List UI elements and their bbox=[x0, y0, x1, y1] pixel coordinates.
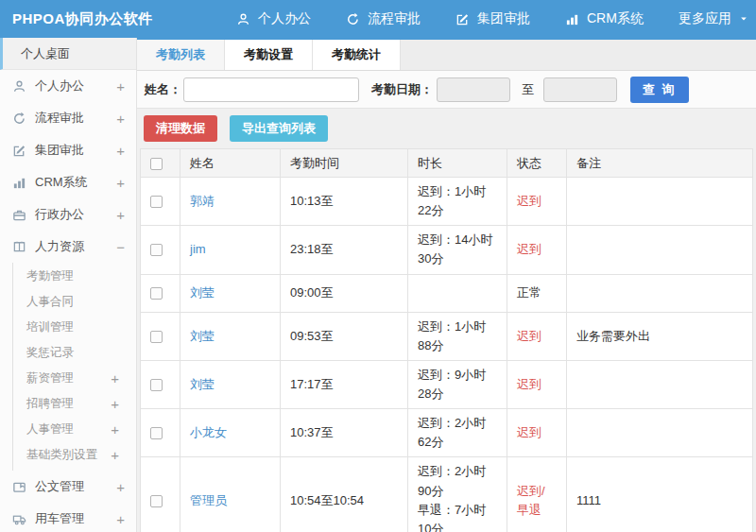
column-header: 状态 bbox=[507, 149, 567, 178]
sidebar-item-label: 公文管理 bbox=[35, 478, 84, 495]
table-row: 小龙女10:37至迟到：2小时62分迟到 bbox=[141, 409, 753, 457]
nav-item-4[interactable]: CRM系统 bbox=[565, 10, 644, 27]
sidebar-item[interactable]: 流程审批+ bbox=[0, 102, 136, 134]
employee-name-link[interactable]: 刘莹 bbox=[190, 329, 215, 343]
time-cell: 10:54至10:54 bbox=[281, 457, 408, 532]
sidebar-subitem[interactable]: 考勤管理 bbox=[13, 264, 136, 289]
sidebar-subitem[interactable]: 培训管理 bbox=[13, 315, 136, 340]
note-cell bbox=[567, 178, 753, 226]
date-to-input[interactable] bbox=[543, 77, 617, 102]
date-label: 考勤日期： bbox=[371, 81, 433, 98]
employee-name-link[interactable]: 郭靖 bbox=[190, 194, 215, 208]
sidebar-subitem-label: 招聘管理 bbox=[26, 396, 74, 412]
status-cell: 迟到 bbox=[507, 178, 567, 226]
edit-icon bbox=[455, 12, 470, 26]
nav-item-label: 更多应用 bbox=[679, 10, 731, 27]
row-checkbox[interactable] bbox=[150, 244, 163, 256]
time-cell: 09:53至 bbox=[281, 312, 408, 360]
sidebar-item[interactable]: 公文管理+ bbox=[0, 471, 136, 503]
employee-name-link[interactable]: 刘莹 bbox=[190, 377, 215, 391]
sidebar-item[interactable]: 集团审批+ bbox=[0, 134, 136, 166]
note-cell: 1111 bbox=[567, 457, 753, 532]
sidebar-item[interactable]: CRM系统+ bbox=[0, 166, 136, 198]
sidebar-subitem[interactable]: 基础类别设置+ bbox=[13, 442, 136, 468]
briefcase-icon bbox=[12, 208, 26, 222]
select-all-checkbox[interactable] bbox=[150, 158, 163, 170]
duration-cell: 迟到：9小时28分 bbox=[408, 360, 507, 408]
employee-name-link[interactable]: 刘莹 bbox=[190, 285, 215, 300]
time-cell: 09:00至 bbox=[281, 274, 408, 312]
expand-toggle-icon[interactable]: − bbox=[116, 240, 125, 254]
tab-2[interactable]: 考勤设置 bbox=[225, 40, 313, 70]
name-cell: 刘莹 bbox=[180, 312, 281, 360]
sidebar-item[interactable]: 用车管理+ bbox=[0, 503, 136, 532]
sidebar-subitem[interactable]: 人事合同 bbox=[13, 289, 136, 315]
process-icon bbox=[12, 112, 26, 126]
nav-item-1[interactable]: 个人办公 bbox=[236, 10, 311, 27]
time-cell: 23:18至 bbox=[281, 226, 408, 274]
sidebar-item-label: 流程审批 bbox=[35, 110, 84, 127]
sidebar-item[interactable]: 人力资源− bbox=[0, 231, 136, 263]
row-checkbox[interactable] bbox=[150, 196, 163, 208]
expand-toggle-icon[interactable]: + bbox=[116, 79, 125, 94]
status-badge: 迟到 bbox=[517, 377, 541, 391]
person-icon bbox=[12, 79, 26, 94]
app-title: PHPOA协同办公软件 bbox=[0, 10, 181, 28]
expand-toggle-icon[interactable]: + bbox=[116, 512, 125, 526]
name-cell: 小龙女 bbox=[180, 409, 281, 457]
date-from-input[interactable] bbox=[437, 77, 510, 102]
sidebar-subitem-label: 培训管理 bbox=[26, 319, 74, 335]
duration-cell bbox=[408, 274, 507, 312]
clear-data-button[interactable]: 清理数据 bbox=[144, 115, 217, 142]
row-checkbox[interactable] bbox=[150, 495, 163, 507]
sidebar-subitem[interactable]: 人事管理+ bbox=[13, 417, 136, 442]
expand-toggle-icon[interactable]: + bbox=[111, 422, 119, 437]
expand-toggle-icon[interactable]: + bbox=[116, 144, 125, 158]
row-checkbox[interactable] bbox=[150, 427, 163, 439]
expand-toggle-icon[interactable]: + bbox=[111, 448, 119, 462]
row-checkbox[interactable] bbox=[150, 379, 163, 391]
tab-3[interactable]: 考勤统计 bbox=[313, 40, 401, 70]
time-cell: 10:13至 bbox=[281, 178, 408, 226]
row-checkbox[interactable] bbox=[150, 287, 163, 300]
sidebar: 个人桌面个人办公+流程审批+集团审批+CRM系统+行政办公+人力资源−考勤管理人… bbox=[0, 38, 137, 532]
search-button[interactable]: 查 询 bbox=[630, 77, 689, 103]
duration-line: 早退：7小时10分 bbox=[418, 501, 497, 532]
expand-toggle-icon[interactable]: + bbox=[116, 176, 125, 190]
tab-1[interactable]: 考勤列表 bbox=[137, 40, 225, 70]
name-input[interactable] bbox=[183, 77, 359, 102]
truck-icon bbox=[12, 512, 26, 526]
sidebar-item[interactable]: 个人桌面 bbox=[0, 38, 136, 70]
employee-name-link[interactable]: 小龙女 bbox=[190, 425, 227, 439]
expand-toggle-icon[interactable]: + bbox=[116, 480, 125, 494]
column-header: 姓名 bbox=[180, 149, 281, 178]
sidebar-subitem[interactable]: 招聘管理+ bbox=[13, 391, 136, 417]
status-cell: 正常 bbox=[507, 274, 567, 312]
note-cell: 业务需要外出 bbox=[567, 312, 753, 360]
row-checkbox[interactable] bbox=[150, 331, 163, 343]
expand-toggle-icon[interactable]: + bbox=[116, 208, 125, 222]
employee-name-link[interactable]: 管理员 bbox=[190, 493, 227, 507]
duration-line: 迟到：2小时90分 bbox=[418, 462, 497, 500]
nav-item-label: 集团审批 bbox=[477, 10, 530, 27]
duration-line: 迟到：1小时22分 bbox=[418, 182, 497, 220]
nav-item-3[interactable]: 集团审批 bbox=[455, 10, 530, 27]
table-toolbar: 清理数据 导出查询列表 bbox=[140, 109, 753, 148]
sidebar-subitem[interactable]: 奖惩记录 bbox=[13, 340, 136, 366]
expand-toggle-icon[interactable]: + bbox=[111, 397, 119, 411]
sidebar-item[interactable]: 个人办公+ bbox=[0, 70, 136, 102]
status-badge: 迟到 bbox=[517, 425, 541, 439]
duration-cell: 迟到：14小时30分 bbox=[408, 226, 507, 274]
sidebar-subitem[interactable]: 薪资管理+ bbox=[13, 366, 136, 391]
export-list-button[interactable]: 导出查询列表 bbox=[230, 115, 328, 142]
expand-toggle-icon[interactable]: + bbox=[111, 371, 119, 386]
sidebar-subitem-label: 奖惩记录 bbox=[26, 345, 74, 361]
sidebar-item-label: 集团审批 bbox=[35, 142, 84, 159]
nav-item-2[interactable]: 流程审批 bbox=[346, 10, 421, 27]
expand-toggle-icon[interactable]: + bbox=[116, 112, 125, 126]
employee-name-link[interactable]: jim bbox=[190, 242, 206, 256]
duration-line: 迟到：9小时28分 bbox=[418, 366, 497, 403]
nav-item-5[interactable]: 更多应用 bbox=[679, 10, 748, 27]
sidebar-item[interactable]: 行政办公+ bbox=[0, 198, 136, 231]
note-cell bbox=[567, 274, 753, 312]
